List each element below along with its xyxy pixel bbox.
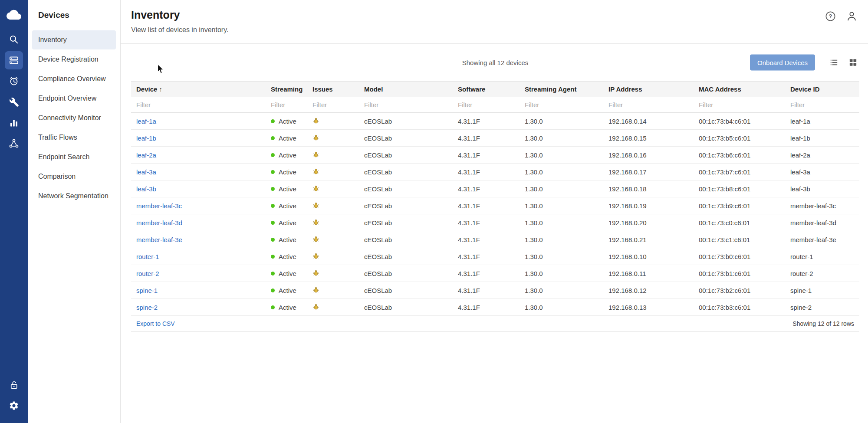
cell-device: leaf-1a [131,113,266,130]
bug-issue-icon[interactable] [312,303,319,310]
onboard-devices-button[interactable]: Onboard Devices [750,55,815,71]
cell-device: member-leaf-3d [131,214,266,231]
streaming-status-label: Active [279,118,296,125]
bug-issue-icon[interactable] [312,202,319,209]
cell-model: cEOSLab [359,214,453,231]
bug-issue-icon[interactable] [312,134,319,141]
cell-device: leaf-3a [131,164,266,180]
bug-issue-icon[interactable] [312,117,319,124]
dashboards-chart-nav-icon[interactable] [5,114,23,132]
sidebar-item-compliance-overview[interactable]: Compliance Overview [32,69,116,89]
sidebar-item-endpoint-overview[interactable]: Endpoint Overview [32,89,116,108]
streaming-status-label: Active [279,236,296,243]
column-header-model[interactable]: Model [359,82,453,97]
filter-input-device-id[interactable] [790,101,854,108]
events-nav-icon[interactable] [5,72,23,90]
cell-streaming-agent: 1.30.0 [519,231,603,248]
sidebar-item-comparison[interactable]: Comparison [32,167,116,186]
table-row: leaf-1aActivecEOSLab4.31.1F1.30.0192.168… [131,113,859,130]
column-header-streaming[interactable]: Streaming [266,82,307,97]
bug-issue-icon[interactable] [312,185,319,192]
lock-open-icon[interactable] [5,376,23,394]
column-header-issues[interactable]: Issues [307,82,359,97]
bug-issue-icon[interactable] [312,269,319,276]
export-csv-link[interactable]: Export to CSV [136,320,175,327]
bug-issue-icon[interactable] [312,151,319,158]
sidebar: Devices InventoryDevice RegistrationComp… [28,0,121,423]
device-link[interactable]: leaf-3b [136,185,156,193]
cell-software: 4.31.1F [453,282,519,299]
cell-software: 4.31.1F [453,214,519,231]
filter-input-software[interactable] [458,101,514,108]
sidebar-item-traffic-flows[interactable]: Traffic Flows [32,128,116,147]
column-header-software[interactable]: Software [453,82,519,97]
filter-cell-streaming-agent [519,97,603,113]
cell-streaming: Active [266,265,307,282]
filter-input-device[interactable] [136,101,260,108]
device-link[interactable]: leaf-1a [136,118,156,125]
device-link[interactable]: spine-2 [136,304,158,311]
list-view-icon[interactable] [827,56,840,69]
column-header-ip-address[interactable]: IP Address [603,82,694,97]
active-status-dot [271,221,275,225]
column-header-streaming-agent[interactable]: Streaming Agent [519,82,603,97]
filter-input-streaming[interactable] [271,101,302,108]
sidebar-item-network-segmentation[interactable]: Network Segmentation [32,187,116,206]
cell-issues [307,299,359,316]
device-link[interactable]: leaf-1b [136,134,156,142]
table-row: member-leaf-3eActivecEOSLab4.31.1F1.30.0… [131,231,859,248]
sidebar-item-device-registration[interactable]: Device Registration [32,50,116,69]
cell-streaming: Active [266,299,307,316]
help-icon[interactable]: ? [825,10,836,22]
cell-mac-address: 00:1c:73:b4:c6:01 [694,113,785,130]
filter-input-model[interactable] [364,101,447,108]
bug-issue-icon[interactable] [312,252,319,259]
device-link[interactable]: member-leaf-3c [136,202,182,210]
cell-streaming: Active [266,130,307,147]
cell-streaming-agent: 1.30.0 [519,282,603,299]
bug-issue-icon[interactable] [312,168,319,175]
search-nav-icon[interactable] [5,30,23,49]
filter-input-issues[interactable] [312,101,354,108]
device-link[interactable]: leaf-2a [136,151,156,159]
table-row: leaf-3bActivecEOSLab4.31.1F1.30.0192.168… [131,180,859,197]
column-header-device[interactable]: Device ↑ [131,82,266,97]
sidebar-item-connectivity-monitor[interactable]: Connectivity Monitor [32,108,116,128]
sidebar-item-inventory[interactable]: Inventory [32,30,116,49]
bug-issue-icon[interactable] [312,236,319,243]
user-account-icon[interactable] [846,10,858,22]
device-link[interactable]: leaf-3a [136,168,156,176]
cell-device-id: leaf-1a [785,113,859,130]
device-link[interactable]: router-1 [136,253,159,260]
cell-device: spine-2 [131,299,266,316]
cell-model: cEOSLab [359,164,453,180]
grid-view-icon[interactable] [846,56,859,69]
table-row: member-leaf-3cActivecEOSLab4.31.1F1.30.0… [131,197,859,214]
device-link[interactable]: member-leaf-3d [136,219,182,226]
device-link[interactable]: router-2 [136,270,159,277]
provisioning-wrench-nav-icon[interactable] [5,93,23,111]
devices-nav-icon[interactable] [5,51,23,69]
cell-streaming: Active [266,214,307,231]
device-link[interactable]: member-leaf-3e [136,236,182,243]
device-link[interactable]: spine-1 [136,287,158,294]
cell-issues [307,214,359,231]
settings-gear-icon[interactable] [5,397,23,415]
cell-model: cEOSLab [359,180,453,197]
bug-issue-icon[interactable] [312,286,319,293]
filter-input-mac-address[interactable] [699,101,780,108]
cell-ip-address: 192.168.0.19 [603,197,694,214]
app-iconbar [0,0,28,423]
column-header-device-id[interactable]: Device ID [785,82,859,97]
bug-issue-icon[interactable] [312,219,319,226]
filter-input-ip-address[interactable] [608,101,688,108]
arista-cloud-logo-icon[interactable] [5,6,23,24]
cell-software: 4.31.1F [453,197,519,214]
filter-input-streaming-agent[interactable] [525,101,598,108]
cell-ip-address: 192.168.0.17 [603,164,694,180]
sidebar-item-endpoint-search[interactable]: Endpoint Search [32,148,116,167]
cell-device-id: router-2 [785,265,859,282]
column-header-mac-address[interactable]: MAC Address [694,82,785,97]
filter-cell-mac-address [694,97,785,113]
topology-nav-icon[interactable] [5,134,23,153]
